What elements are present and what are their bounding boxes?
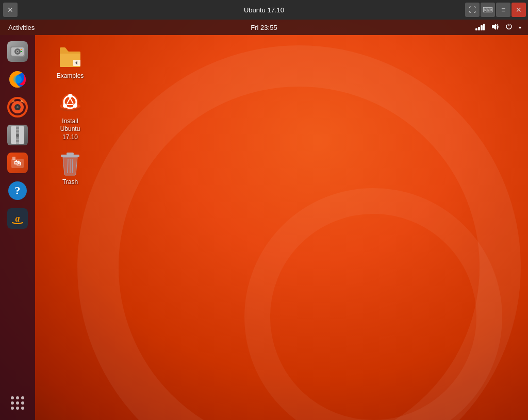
menu-button[interactable]: ≡ — [496, 3, 510, 17]
fullscreen-button[interactable]: ⛶ — [465, 3, 480, 17]
keyboard-button[interactable]: ⌨ — [481, 3, 495, 17]
svg-line-48 — [72, 159, 73, 173]
svg-rect-3 — [483, 24, 485, 30]
trash-icon — [59, 152, 81, 176]
desktop-icon-examples[interactable]: Examples — [50, 43, 91, 82]
sidebar: 🛍 ? a — [0, 35, 35, 420]
svg-point-17 — [16, 106, 19, 108]
activities-button[interactable]: Activities — [5, 20, 38, 35]
svg-rect-2 — [481, 25, 483, 30]
panel-right-indicators: ▾ — [474, 22, 523, 33]
svg-rect-1 — [478, 27, 480, 30]
disk-icon — [8, 42, 27, 61]
power-panel-icon[interactable] — [504, 22, 514, 33]
svg-rect-11 — [21, 51, 22, 52]
svg-point-25 — [16, 134, 19, 137]
firefox-icon — [7, 69, 28, 90]
desktop-icons-area: Examples Install Ubuntu 17.10 — [41, 35, 99, 197]
install-ubuntu-icon-label: Install Ubuntu 17.10 — [52, 117, 89, 142]
show-applications-button[interactable] — [7, 392, 28, 414]
sidebar-item-software-center[interactable]: 🛍 — [5, 150, 30, 175]
sidebar-item-disk[interactable] — [5, 39, 30, 64]
svg-rect-0 — [475, 28, 477, 30]
window-title: Ubuntu 17.10 — [244, 6, 284, 14]
svg-rect-21 — [16, 130, 19, 132]
sidebar-item-archive[interactable] — [5, 123, 30, 147]
title-bar: ✕ Ubuntu 17.10 ⛶ ⌨ ≡ ✕ — [0, 0, 528, 20]
svg-marker-4 — [492, 24, 496, 30]
sidebar-item-help[interactable]: ? — [5, 178, 30, 203]
panel-clock: Fri 23:55 — [251, 24, 277, 31]
svg-rect-28 — [12, 157, 15, 160]
sidebar-item-firefox[interactable] — [5, 67, 30, 92]
sound-icon — [7, 97, 28, 117]
svg-line-46 — [68, 159, 68, 173]
svg-point-13 — [13, 75, 22, 83]
sidebar-item-amazon[interactable]: a — [5, 206, 30, 231]
svg-point-40 — [63, 104, 67, 108]
svg-rect-45 — [67, 153, 74, 155]
examples-icon-label: Examples — [57, 72, 84, 80]
svg-rect-24 — [16, 140, 19, 142]
svg-text:a: a — [15, 213, 20, 224]
sound-panel-icon[interactable] — [489, 22, 501, 33]
svg-point-38 — [68, 94, 72, 98]
archive-icon — [9, 125, 26, 145]
close-button[interactable]: ✕ — [512, 3, 526, 17]
svg-point-9 — [17, 51, 18, 52]
svg-rect-20 — [16, 127, 19, 129]
trash-icon-label: Trash — [62, 178, 78, 187]
svg-point-39 — [73, 104, 77, 108]
window-close-button[interactable]: ✕ — [3, 3, 18, 17]
sidebar-bottom — [7, 392, 28, 414]
help-icon: ? — [7, 180, 28, 201]
top-panel: Activities Fri 23:55 ▾ — [0, 20, 528, 35]
desktop-icon-trash[interactable]: Trash — [50, 149, 91, 189]
install-ubuntu-icon — [58, 91, 82, 115]
network-icon[interactable] — [474, 22, 486, 33]
title-bar-left: ✕ — [0, 3, 31, 17]
svg-text:?: ? — [15, 184, 21, 197]
desktop-icon-install-ubuntu[interactable]: Install Ubuntu 17.10 — [50, 89, 91, 144]
amazon-icon: a — [8, 209, 27, 228]
title-bar-controls: ⛶ ⌨ ≡ ✕ — [465, 3, 528, 17]
software-center-icon: 🛍 — [8, 154, 27, 172]
svg-text:🛍: 🛍 — [14, 159, 21, 167]
svg-rect-10 — [21, 49, 22, 50]
folder-icon — [58, 45, 82, 70]
sidebar-item-sound[interactable] — [5, 95, 30, 120]
power-dropdown-icon[interactable]: ▾ — [517, 24, 523, 31]
